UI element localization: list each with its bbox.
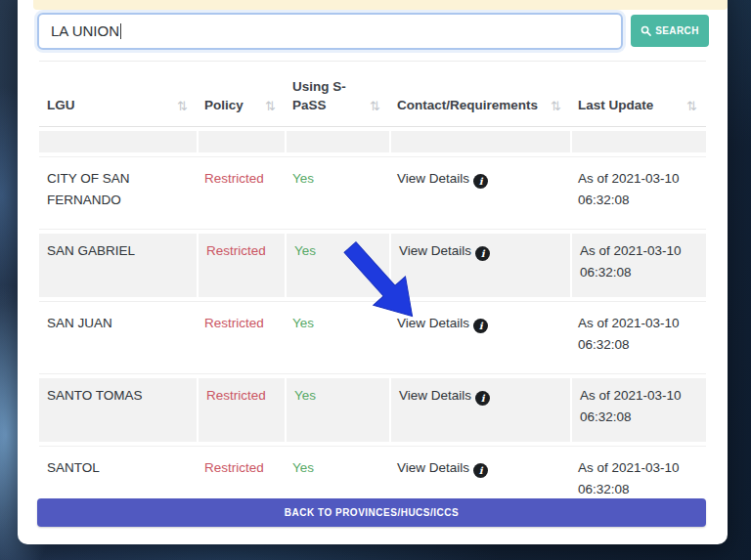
- lgu-table: LGU ⇅ Policy ⇅ Using S-PaSS ⇅ Contact/Re…: [39, 61, 706, 518]
- column-header-using-spass[interactable]: Using S-PaSS ⇅: [285, 77, 389, 126]
- last-update-cell: As of 2021-03-10 06:32:08: [570, 302, 706, 373]
- using-spass-cell: Yes: [285, 302, 389, 373]
- view-details-link[interactable]: View Detailsi: [397, 460, 488, 475]
- view-details-link[interactable]: View Detailsi: [399, 388, 490, 403]
- column-header-lgu[interactable]: LGU ⇅: [39, 96, 197, 126]
- using-spass-cell: Yes: [285, 374, 389, 446]
- search-input-value: LA UNION: [51, 22, 119, 39]
- table-row: SAN GABRIEL Restricted Yes View Detailsi…: [39, 229, 706, 301]
- last-update-cell: As of 2021-03-10 06:32:08: [570, 230, 706, 301]
- using-spass-cell: Yes: [285, 230, 389, 301]
- info-icon[interactable]: i: [473, 319, 488, 333]
- lgu-cell: SANTO TOMAS: [39, 374, 197, 446]
- view-details-link[interactable]: View Detailsi: [397, 316, 488, 330]
- policy-cell: Restricted: [197, 230, 285, 301]
- sort-icon[interactable]: ⇅: [177, 97, 188, 115]
- search-button-label: SEARCH: [655, 25, 699, 36]
- search-button[interactable]: SEARCH: [631, 15, 709, 47]
- view-details-link[interactable]: View Detailsi: [397, 171, 488, 186]
- policy-cell: Restricted: [197, 374, 285, 446]
- notice-banner: [33, 0, 728, 10]
- lgu-cell: CITY OF SAN FERNANDO: [39, 157, 197, 229]
- view-details-link[interactable]: View Detailsi: [399, 243, 490, 258]
- empty-filter-row: [39, 127, 706, 156]
- search-icon: [641, 25, 651, 36]
- column-header-policy[interactable]: Policy ⇅: [197, 96, 285, 126]
- info-icon[interactable]: i: [475, 246, 490, 261]
- back-button-label: BACK TO PROVINCES/HUCS/ICCS: [285, 507, 459, 518]
- policy-cell: Restricted: [197, 302, 285, 373]
- sort-icon[interactable]: ⇅: [265, 97, 276, 115]
- last-update-cell: As of 2021-03-10 06:32:08: [570, 157, 706, 229]
- results-card: LA UNION SEARCH LGU ⇅ Policy ⇅ Using S-P…: [18, 0, 728, 544]
- lgu-cell: SAN JUAN: [39, 302, 197, 373]
- sort-icon[interactable]: ⇅: [686, 97, 697, 115]
- last-update-cell: As of 2021-03-10 06:32:08: [570, 374, 706, 446]
- sort-icon[interactable]: ⇅: [551, 97, 561, 115]
- info-icon[interactable]: i: [473, 463, 488, 478]
- info-icon[interactable]: i: [475, 391, 490, 406]
- table-header-row: LGU ⇅ Policy ⇅ Using S-PaSS ⇅ Contact/Re…: [39, 61, 706, 127]
- info-icon[interactable]: i: [473, 174, 488, 189]
- policy-cell: Restricted: [197, 157, 285, 229]
- text-caret: [120, 23, 121, 39]
- table-row: SAN JUAN Restricted Yes View Detailsi As…: [39, 301, 706, 373]
- using-spass-cell: Yes: [285, 157, 389, 229]
- table-row: CITY OF SAN FERNANDO Restricted Yes View…: [39, 156, 706, 229]
- search-bar: LA UNION SEARCH: [37, 13, 728, 50]
- table-row: SANTO TOMAS Restricted Yes View Detailsi…: [39, 373, 706, 446]
- back-to-provinces-button[interactable]: BACK TO PROVINCES/HUCS/ICCS: [37, 498, 706, 527]
- lgu-cell: SAN GABRIEL: [39, 230, 197, 301]
- column-header-last-update[interactable]: Last Update ⇅: [570, 96, 706, 126]
- sort-icon[interactable]: ⇅: [370, 97, 380, 115]
- search-input[interactable]: LA UNION: [37, 13, 623, 50]
- column-header-contact[interactable]: Contact/Requirements ⇅: [389, 96, 570, 126]
